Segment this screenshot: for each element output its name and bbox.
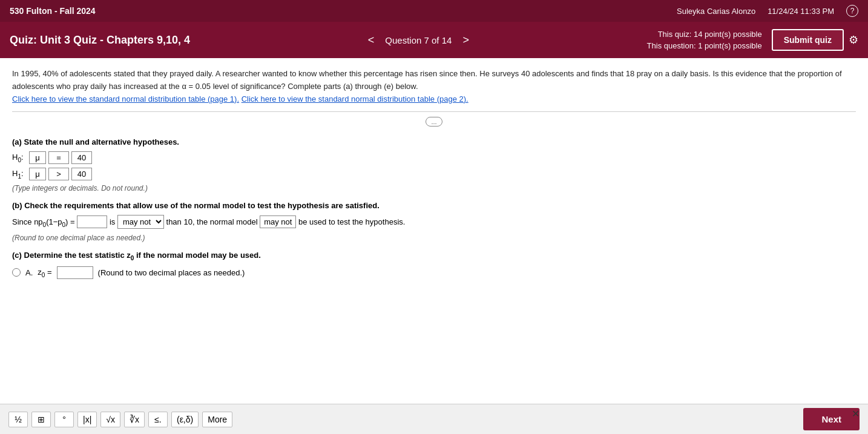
req-prefix: Since np0(1−p0) = xyxy=(12,217,77,226)
part-c-label: (c) Determine the test statistic z0 if t… xyxy=(12,251,856,261)
cbrt-button[interactable]: ∛x xyxy=(124,412,145,427)
datetime: 11/24/24 11:33 PM xyxy=(768,7,834,16)
h0-mu-box: μ xyxy=(29,151,46,164)
more-button[interactable]: More xyxy=(202,412,232,427)
h0-val-box[interactable]: 40 xyxy=(71,151,92,164)
top-bar-right: Suleyka Carias Alonzo 11/24/24 11:33 PM … xyxy=(677,5,858,17)
degree-button[interactable]: ° xyxy=(54,412,74,427)
course-title: 530 Fulton - Fall 2024 xyxy=(10,6,96,16)
option-a-label: A. xyxy=(25,268,33,277)
h0-label: H0: xyxy=(12,153,27,163)
quiz-title: Quiz: Unit 3 Quiz - Chapters 9,10, 4 xyxy=(10,34,190,47)
question-number: Question 7 of 14 xyxy=(385,35,452,45)
req-middle: is xyxy=(110,217,117,226)
main-content: In 1995, 40% of adolescents stated that … xyxy=(0,58,868,404)
expand-button[interactable]: ... xyxy=(426,117,442,127)
sqrt-button[interactable]: √x xyxy=(100,412,120,427)
bottom-toolbar: ½ ⊞ ° |x| √x ∛x ≤. (ε,δ) More ✕ Next xyxy=(0,404,868,434)
question-body: In 1995, 40% of adolescents stated that … xyxy=(12,69,842,91)
table-link-2[interactable]: Click here to view the standard normal d… xyxy=(242,94,469,104)
h0-op-box[interactable]: = xyxy=(48,151,69,164)
quiz-header-right: This quiz: 14 point(s) possible This que… xyxy=(647,28,858,52)
part-a-section: (a) State the null and alternative hypot… xyxy=(12,137,856,192)
h1-op-box[interactable]: > xyxy=(48,168,69,180)
req-end: be used to test the hypothesis. xyxy=(298,217,405,226)
matrix-button[interactable]: ⊞ xyxy=(31,412,51,427)
part-a-label: (a) State the null and alternative hypot… xyxy=(12,137,856,146)
question-nav: < Question 7 of 14 > xyxy=(363,33,474,48)
leq-button[interactable]: ≤. xyxy=(148,412,168,427)
type-note: (Type integers or decimals. Do not round… xyxy=(12,184,856,192)
question-points: This question: 1 point(s) possible xyxy=(647,40,762,52)
option-a-suffix: (Round to two decimal places as needed.) xyxy=(98,268,245,277)
prev-question-button[interactable]: < xyxy=(363,33,380,48)
req-suffix: than 10, the normal model xyxy=(166,217,260,226)
h1-val-box[interactable]: 40 xyxy=(71,168,92,180)
req-dropdown[interactable]: may not may xyxy=(117,215,164,229)
help-icon[interactable]: ? xyxy=(846,5,858,17)
round-note-b: (Round to one decimal place as needed.) xyxy=(12,234,856,242)
z0-input[interactable] xyxy=(57,266,93,279)
math-toolbar: ½ ⊞ ° |x| √x ∛x ≤. (ε,δ) More xyxy=(8,412,232,427)
h1-mu-box: μ xyxy=(29,168,46,180)
next-question-button[interactable]: > xyxy=(458,33,474,48)
quiz-header: Quiz: Unit 3 Quiz - Chapters 9,10, 4 < Q… xyxy=(0,22,868,58)
h1-row: H1: μ > 40 xyxy=(12,168,856,180)
part-b-section: (b) Check the requirements that allow us… xyxy=(12,201,856,242)
question-text: In 1995, 40% of adolescents stated that … xyxy=(12,68,856,112)
h1-label: H1: xyxy=(12,169,27,180)
h0-row: H0: μ = 40 xyxy=(12,151,856,164)
quiz-info: This quiz: 14 point(s) possible This que… xyxy=(647,28,762,52)
top-bar: 530 Fulton - Fall 2024 Suleyka Carias Al… xyxy=(0,0,868,22)
option-a-row: A. z0 = (Round to two decimal places as … xyxy=(12,266,856,279)
req-text: Since np0(1−p0) = is may not may than 10… xyxy=(12,215,856,229)
req-value-input[interactable] xyxy=(77,215,107,228)
table-link-1[interactable]: Click here to view the standard normal d… xyxy=(12,94,239,104)
fraction-button[interactable]: ½ xyxy=(8,412,28,427)
z0-label: z0 = xyxy=(38,268,51,278)
may-not-label: may not xyxy=(260,215,296,228)
submit-quiz-button[interactable]: Submit quiz xyxy=(772,29,844,51)
quiz-points: This quiz: 14 point(s) possible xyxy=(647,28,762,41)
option-a-radio[interactable] xyxy=(12,268,21,277)
close-icon[interactable]: ✕ xyxy=(852,408,860,419)
part-c-section: (c) Determine the test statistic z0 if t… xyxy=(12,251,856,279)
part-c-text: Determine the test statistic z0 if the n… xyxy=(24,251,261,260)
gear-icon[interactable]: ⚙ xyxy=(849,33,858,47)
epsilon-button[interactable]: (ε,δ) xyxy=(171,412,199,427)
abs-button[interactable]: |x| xyxy=(77,412,97,427)
part-b-label: (b) Check the requirements that allow us… xyxy=(12,201,856,210)
user-name: Suleyka Carias Alonzo xyxy=(677,7,755,16)
